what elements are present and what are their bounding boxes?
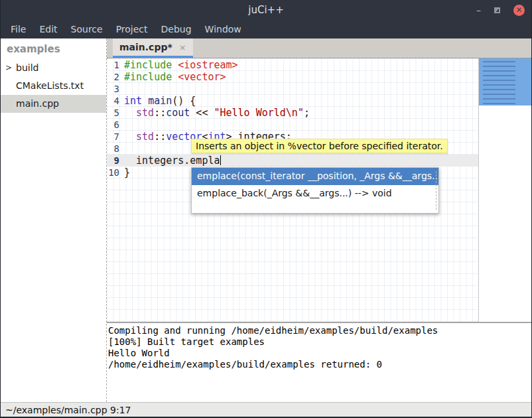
titlebar: juCi++ – ✕ (1, 0, 531, 20)
code-line-5[interactable]: 5 std::cout << "Hello World\n"; (107, 107, 478, 119)
tab-close-icon[interactable]: × (179, 42, 186, 52)
code-lines: 1#include <iostream>2#include <vector>34… (107, 59, 478, 178)
code-line-2[interactable]: 2#include <vector> (107, 71, 478, 83)
code-line-4[interactable]: 4int main() { (107, 95, 478, 107)
menu-source[interactable]: Source (68, 22, 110, 36)
line-number: 6 (107, 119, 124, 131)
main-area: examples >buildCMakeLists.txtmain.cpp ma… (1, 38, 531, 402)
tree-item-label: CMakeLists.txt (16, 80, 84, 91)
app-window: juCi++ – ✕ FileEditSourceProjectDebugWin… (0, 0, 532, 418)
doc-tooltip: Inserts an object in %vector before spec… (191, 139, 448, 153)
line-number: 3 (107, 83, 124, 95)
line-number: 4 (107, 95, 124, 107)
minimap-slider[interactable] (479, 58, 531, 105)
tree-item-cmakelists-txt[interactable]: CMakeLists.txt (1, 77, 106, 95)
line-number: 5 (107, 107, 124, 119)
line-code: #include <vector> (124, 71, 478, 83)
tree-item-label: main.cpp (16, 98, 59, 109)
text-cursor (220, 155, 221, 165)
line-number: 2 (107, 71, 124, 83)
completion-item[interactable]: emplace_back(_Args &&__args...) --> void (192, 185, 438, 202)
line-code (124, 119, 478, 131)
window-controls: – ✕ (476, 0, 525, 20)
line-code: #include <iostream> (124, 59, 478, 71)
menu-debug[interactable]: Debug (158, 22, 199, 36)
line-number: 8 (107, 143, 124, 155)
line-code (124, 83, 478, 95)
project-folder-label: examples (1, 38, 106, 59)
menu-window[interactable]: Window (202, 22, 249, 36)
menu-project[interactable]: Project (113, 22, 155, 36)
line-number: 1 (107, 59, 124, 71)
minimize-icon[interactable]: – (476, 7, 481, 13)
line-code: int main() { (124, 95, 478, 107)
code-line-1[interactable]: 1#include <iostream> (107, 59, 478, 71)
tree-item-main-cpp[interactable]: main.cpp (1, 95, 106, 113)
close-window-icon[interactable]: ✕ (513, 5, 525, 16)
line-number: 7 (107, 131, 124, 143)
output-line: Compiling and running /home/eidheim/exam… (108, 325, 531, 336)
tree-item-build[interactable]: >build (1, 59, 106, 77)
line-number: 9 (107, 155, 124, 167)
code-editor[interactable]: 1#include <iostream>2#include <vector>34… (107, 58, 531, 322)
editor-column: main.cpp* × 1#include <iostream>2#includ… (107, 38, 531, 402)
code-line-9[interactable]: 9 integers.empla (107, 155, 478, 167)
build-output-panel: Compiling and running /home/eidheim/exam… (107, 322, 531, 402)
output-line: Hello World (108, 348, 531, 359)
completion-item[interactable]: emplace(const_iterator __position, _Args… (192, 168, 438, 185)
output-line: /home/eidheim/examples/build/examples re… (108, 359, 531, 370)
file-tree: >buildCMakeLists.txtmain.cpp (1, 59, 106, 113)
menu-edit[interactable]: Edit (36, 22, 64, 36)
tab-main-cpp[interactable]: main.cpp* × (113, 38, 193, 58)
minimap[interactable] (478, 58, 531, 322)
code-line-6[interactable]: 6 (107, 119, 478, 131)
line-number: 10 (107, 167, 124, 178)
statusbar-path: ~/examples/main.cpp 9:17 (5, 405, 131, 415)
output-line: [100%] Built target examples (108, 336, 531, 348)
tree-item-label: build (16, 62, 38, 73)
menu-file[interactable]: File (7, 22, 33, 36)
tabbar: main.cpp* × (107, 38, 531, 58)
tab-label: main.cpp* (119, 42, 172, 52)
chevron-right-icon[interactable]: > (5, 59, 12, 77)
maximize-icon[interactable] (494, 7, 500, 13)
line-code: integers.empla (124, 155, 478, 167)
statusbar: ~/examples/main.cpp 9:17 (1, 402, 531, 417)
file-sidebar: examples >buildCMakeLists.txtmain.cpp (1, 38, 107, 402)
line-code: std::cout << "Hello World\n"; (124, 107, 478, 119)
completion-popup: emplace(const_iterator __position, _Args… (191, 167, 439, 214)
code-line-3[interactable]: 3 (107, 83, 478, 95)
menubar: FileEditSourceProjectDebugWindow (1, 20, 531, 38)
window-title: juCi++ (248, 4, 283, 16)
